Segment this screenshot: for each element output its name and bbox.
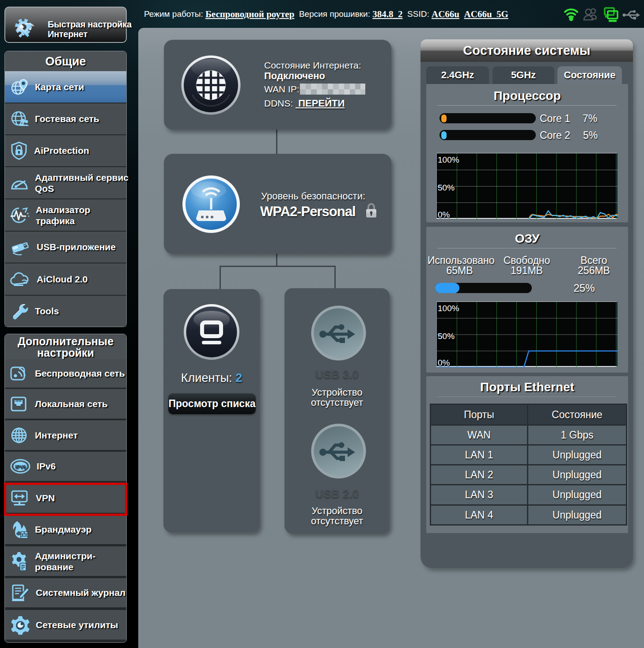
svg-text:IPV6: IPV6: [15, 464, 26, 469]
